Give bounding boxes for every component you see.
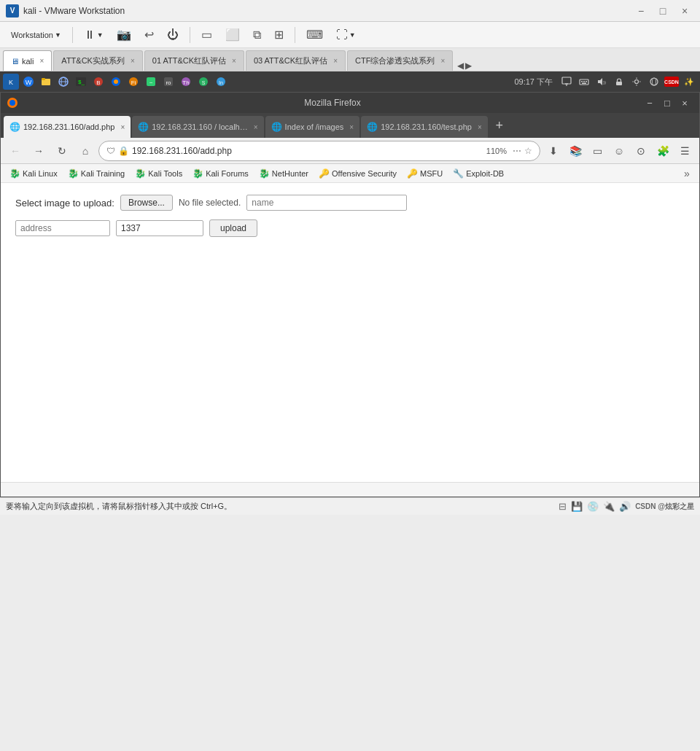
vm-tab-close-kali[interactable]: × (40, 57, 44, 65)
ff-tab-add-php[interactable]: 🌐 192.168.231.160/add.php × (4, 116, 131, 138)
ff-maximize-button[interactable]: □ (658, 96, 676, 110)
workstation-menu[interactable]: Workstation ▼ (6, 28, 66, 42)
port-input[interactable] (116, 220, 203, 236)
snapshot-button[interactable]: 📷 (112, 25, 136, 44)
qa-lock-icon[interactable] (611, 74, 627, 90)
bm-kali-forums[interactable]: 🐉 Kali Forums (188, 167, 253, 180)
exploit-db-icon: 🔧 (453, 168, 464, 179)
tab-next[interactable]: ▶ (465, 61, 472, 71)
vm-tab-attck1[interactable]: ATT&CK实战系列 × (53, 50, 142, 71)
status-cd-icon[interactable]: 💿 (587, 501, 599, 512)
ff-menu-button[interactable]: ☰ (674, 141, 695, 161)
upload-button[interactable]: upload (209, 219, 257, 237)
power-icon: ⏻ (167, 28, 179, 42)
ff-minimize-button[interactable]: − (641, 96, 658, 110)
qa-terminal-icon[interactable]: $_ (73, 74, 89, 90)
bm-kali-training[interactable]: 🐉 Kali Training (63, 167, 130, 180)
qa-dragon-icon[interactable]: K (3, 74, 19, 90)
ff-download-button[interactable]: ⬇ (543, 141, 564, 161)
vm-tab-close-ctf[interactable]: × (440, 57, 445, 65)
status-usb-icon[interactable]: ⊟ (559, 501, 567, 512)
qa-orange-icon[interactable]: Fi (125, 74, 141, 90)
close-button[interactable]: × (675, 4, 694, 18)
more-icon[interactable]: ⋯ (513, 146, 521, 156)
qa-settings-icon[interactable] (629, 74, 645, 90)
ff-screensaver-button[interactable]: ☺ (609, 141, 629, 161)
qa-keyboard-icon[interactable] (576, 74, 592, 90)
revert-button[interactable]: ↩ (139, 25, 159, 44)
ff-tab-test-php[interactable]: 🌐 192.168.231.160/test.php × (361, 116, 488, 138)
power-button[interactable]: ⏻ (162, 26, 184, 44)
tab-prev[interactable]: ◀ (457, 61, 464, 71)
ff-sidepanel-button[interactable]: ▭ (587, 141, 607, 161)
send-keys-button[interactable]: ⌨ (301, 25, 328, 44)
bm-nethunter[interactable]: 🐉 NetHunter (254, 167, 313, 180)
url-text[interactable]: 192.168.231.160/add.php (132, 146, 481, 156)
bm-exploit-db[interactable]: 🔧 Exploit-DB (448, 167, 508, 180)
minimize-button[interactable]: − (631, 4, 650, 18)
ff-extensions-button[interactable]: 🧩 (653, 141, 673, 161)
fullscreen-button[interactable]: ⛶ ▼ (331, 26, 361, 44)
qa-files-icon[interactable] (38, 74, 54, 90)
status-floppy-icon[interactable]: 💾 (571, 501, 583, 512)
qa-csdn-icon[interactable]: CSDN (664, 74, 680, 90)
qa-globe-icon[interactable] (55, 74, 71, 90)
vm-tab-03attck[interactable]: 03 ATT&CK红队评估 × (246, 50, 346, 71)
vm-tab-close-03attck[interactable]: × (333, 57, 338, 65)
svg-point-39 (650, 78, 658, 85)
ff-tab-close-3[interactable]: × (349, 123, 354, 131)
qa-browser-icon[interactable]: W (20, 74, 36, 90)
vm-tab-01attck[interactable]: 01 ATT&CK红队评估 × (144, 50, 244, 71)
qa-green-icon[interactable]: ~ (143, 74, 159, 90)
view-tabs[interactable]: ⊞ (269, 25, 289, 44)
ff-library-button[interactable]: 📚 (565, 141, 586, 161)
ff-reload-button[interactable]: ↻ (52, 141, 72, 161)
qa-display-icon[interactable] (559, 74, 575, 90)
bookmarks-more-button[interactable]: » (679, 166, 695, 182)
qa-ro-icon[interactable]: ro (160, 74, 176, 90)
address-input[interactable] (15, 220, 110, 236)
qa-green2-icon[interactable]: S (195, 74, 211, 90)
ff-tab-close-1[interactable]: × (120, 123, 125, 131)
vm-tab-close-01attck[interactable]: × (232, 57, 236, 65)
ff-tab-images[interactable]: 🌐 Index of /images × (265, 116, 360, 138)
browse-button[interactable]: Browse... (120, 195, 173, 211)
vmware-toolbar: Workstation ▼ ⏸ ▼ 📷 ↩ ⏻ ▭ ⬜ ⧉ ⊞ ⌨ ⛶ ▼ (0, 22, 700, 48)
url-bar[interactable]: 🛡 🔒 192.168.231.160/add.php 110% ⋯ ☆ (98, 141, 540, 161)
status-network-icon[interactable]: 🔌 (603, 501, 615, 512)
bm-kali-tools[interactable]: 🐉 Kali Tools (131, 167, 187, 180)
ff-close-button[interactable]: × (676, 96, 693, 110)
view-full[interactable]: ⬜ (220, 25, 245, 44)
ff-tab-localhost[interactable]: 🌐 192.168.231.160 / localh… × (132, 116, 263, 138)
pause-button[interactable]: ⏸ ▼ (79, 26, 109, 44)
qa-blue-circle-icon[interactable]: In (213, 74, 229, 90)
view-unity[interactable]: ⧉ (248, 26, 266, 44)
ff-back-button[interactable]: ← (5, 141, 26, 161)
qa-red-icon[interactable]: B (90, 74, 106, 90)
ff-forward-button[interactable]: → (28, 141, 49, 161)
vm-tab-close-attck1[interactable]: × (131, 57, 135, 65)
firefox-titlebar: Mozilla Firefox − □ × (1, 93, 699, 113)
qa-network-icon[interactable] (646, 74, 662, 90)
bm-offensive-security[interactable]: 🔑 Offensive Security (314, 167, 401, 180)
upload-form: Select image to upload: Browse... No fil… (15, 195, 685, 237)
ff-tab-close-4[interactable]: × (478, 123, 482, 131)
name-input[interactable] (246, 195, 407, 211)
qa-th-icon[interactable]: Th (178, 74, 194, 90)
qa-firefox-icon[interactable] (108, 74, 124, 90)
maximize-button[interactable]: □ (653, 4, 672, 18)
ff-home-button[interactable]: ⌂ (75, 141, 96, 161)
ff-container-button[interactable]: ⊙ (631, 141, 651, 161)
qa-star-icon[interactable]: ✨ (681, 74, 697, 90)
security-icon: 🛡 (106, 146, 115, 156)
vm-tab-ctf[interactable]: CTF综合渗透实战系列 × (347, 50, 453, 71)
bm-msfu[interactable]: 🔑 MSFU (402, 167, 447, 180)
qa-volume-icon[interactable]: )) (594, 74, 610, 90)
vm-tab-kali[interactable]: 🖥 kali × (3, 50, 52, 71)
bookmark-star[interactable]: ☆ (524, 146, 532, 156)
bm-kali-linux[interactable]: 🐉 Kali Linux (5, 167, 62, 180)
view-normal[interactable]: ▭ (196, 25, 217, 44)
status-sound-icon[interactable]: 🔊 (619, 501, 631, 512)
ff-new-tab-button[interactable]: + (489, 115, 510, 136)
ff-tab-close-2[interactable]: × (254, 123, 258, 131)
